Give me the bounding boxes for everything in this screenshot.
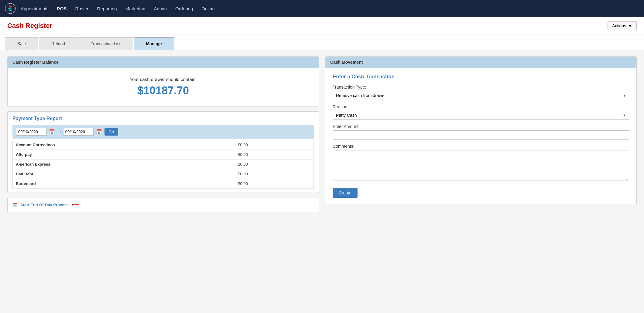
reason-label: Reason: [333, 104, 629, 109]
tab-transaction-list[interactable]: Transaction List [78, 37, 133, 50]
payment-amount: $0.00 [235, 160, 313, 169]
eod-icon: 🗓️ [12, 203, 17, 207]
payment-amount: $0.00 [235, 179, 313, 189]
nav-reporting[interactable]: Reporting [97, 6, 117, 11]
table-row: Bartercard$0.00 [13, 179, 313, 189]
balance-section-header: Cash Register Balance [8, 57, 319, 68]
date-filter-row: 📅 to 📅 Go [12, 125, 314, 139]
balance-label: Your cash drawer should contain: [14, 77, 313, 82]
date-from-input[interactable] [16, 128, 46, 136]
payment-amount: $0.00 [235, 140, 313, 150]
amount-label: Enter Amount: [333, 124, 629, 129]
balance-section-body: Your cash drawer should contain: $10187.… [8, 68, 319, 106]
right-panel: Cash Movement Enter a Cash Transaction T… [325, 56, 637, 212]
table-row: Afterpay$0.00 [13, 150, 313, 160]
nav-ordering[interactable]: Ordering [175, 6, 193, 11]
nav-items: Appointments POS Roster Reporting Market… [21, 6, 215, 11]
balance-card: Cash Register Balance Your cash drawer s… [7, 56, 319, 106]
cash-tx-title: Enter a Cash Transaction [333, 74, 629, 80]
tab-manage[interactable]: Manage [134, 37, 174, 50]
page-header: Cash Register Actions ▼ [0, 17, 644, 35]
nav-pos[interactable]: POS [57, 6, 67, 11]
transaction-type-label: Transaction Type: [333, 85, 629, 89]
reason-select[interactable]: Petty Cash Bank Deposit Opening Float Ot… [333, 111, 629, 120]
cash-movement-card: Cash Movement Enter a Cash Transaction T… [325, 56, 637, 204]
cash-movement-body: Enter a Cash Transaction Transaction Typ… [325, 68, 636, 204]
nav-appointments[interactable]: Appointments [21, 6, 49, 11]
payment-amount: $0.00 [235, 150, 313, 160]
payment-amount: $0.00 [235, 169, 313, 179]
comments-group: Comments: [333, 144, 629, 181]
payment-section-header: Payment Type Report [8, 112, 319, 121]
transaction-type-select[interactable]: Remove cash from drawer Add cash to draw… [333, 91, 629, 100]
nav-bar: Appointments POS Roster Reporting Market… [0, 0, 644, 17]
date-to-input[interactable] [63, 128, 94, 136]
amount-input[interactable] [333, 130, 629, 140]
main-content: Cash Register Balance Your cash drawer s… [0, 50, 644, 218]
eod-link[interactable]: Start End-Of-Day Process [20, 203, 69, 207]
go-button[interactable]: Go [104, 128, 118, 136]
transaction-type-wrapper: Remove cash from drawer Add cash to draw… [333, 91, 629, 100]
payment-name: Bad Debt [13, 169, 235, 179]
create-button[interactable]: Create [333, 188, 358, 198]
nav-online[interactable]: Online [201, 6, 214, 11]
balance-amount: $10187.70 [14, 84, 313, 97]
nav-marketing[interactable]: Marketing [125, 6, 146, 11]
cash-movement-header: Cash Movement [325, 57, 636, 68]
tabs-bar: Sale Refund Transaction List Manage [0, 35, 644, 50]
actions-button[interactable]: Actions ▼ [608, 21, 637, 30]
calendar-to-icon[interactable]: 📅 [96, 129, 102, 135]
payment-name: Afterpay [13, 150, 235, 160]
payment-name: Bartercard [13, 179, 235, 189]
left-panel: Cash Register Balance Your cash drawer s… [7, 56, 319, 212]
payment-name: American Express [13, 160, 235, 169]
app-logo [5, 3, 16, 14]
payment-card: Payment Type Report 📅 to 📅 Go Account Co… [7, 111, 319, 193]
comments-label: Comments: [333, 144, 629, 149]
page-title: Cash Register [7, 22, 52, 30]
nav-roster[interactable]: Roster [75, 6, 88, 11]
payment-name: Account Corrections [13, 140, 235, 150]
eod-row: 🗓️ Start End-Of-Day Process ⟵ [7, 198, 319, 212]
nav-admin[interactable]: Admin [154, 6, 167, 11]
amount-group: Enter Amount: [333, 124, 629, 140]
chevron-down-icon: ▼ [628, 23, 632, 28]
transaction-type-group: Transaction Type: Remove cash from drawe… [333, 85, 629, 100]
tab-sale[interactable]: Sale [5, 37, 38, 50]
payment-table: Account Corrections$0.00Afterpay$0.00Ame… [13, 140, 313, 189]
reason-group: Reason: Petty Cash Bank Deposit Opening … [333, 104, 629, 120]
payment-section-body: 📅 to 📅 Go Account Corrections$0.00Afterp… [8, 121, 319, 193]
payment-table-wrapper: Account Corrections$0.00Afterpay$0.00Ame… [12, 140, 314, 189]
arrow-icon: ⟵ [72, 201, 80, 208]
calendar-from-icon[interactable]: 📅 [49, 129, 55, 135]
reason-wrapper: Petty Cash Bank Deposit Opening Float Ot… [333, 111, 629, 120]
table-row: Account Corrections$0.00 [13, 140, 313, 150]
tab-refund[interactable]: Refund [39, 37, 77, 50]
table-row: Bad Debt$0.00 [13, 169, 313, 179]
date-separator: to [57, 130, 61, 134]
comments-textarea[interactable] [333, 150, 629, 180]
table-row: American Express$0.00 [13, 160, 313, 169]
